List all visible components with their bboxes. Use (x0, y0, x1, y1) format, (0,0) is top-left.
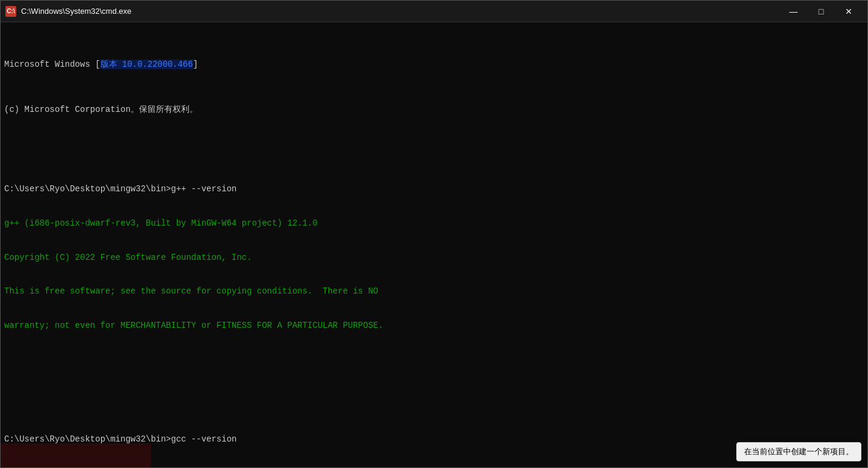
app-icon: C:\ (5, 6, 16, 17)
window-controls: — □ ✕ (780, 1, 863, 22)
terminal-body[interactable]: Microsoft Windows [版本 10.0.22000.466] (c… (1, 22, 867, 467)
cmd-window: C:\ C:\Windows\System32\cmd.exe — □ ✕ Mi… (0, 0, 868, 468)
close-button[interactable]: ✕ (835, 1, 863, 22)
terminal-line-blank3 (4, 389, 864, 400)
terminal-line-gpp-out2: Copyright (C) 2022 Free Software Foundat… (4, 252, 864, 263)
title-bar: C:\ C:\Windows\System32\cmd.exe — □ ✕ (1, 1, 867, 22)
taskbar-thumbnail (1, 443, 151, 467)
tooltip-text: 在当前位置中创建一个新项目。 (744, 447, 854, 456)
minimize-button[interactable]: — (780, 1, 807, 22)
terminal-output: Microsoft Windows [版本 10.0.22000.466] (c… (4, 25, 864, 467)
terminal-line-gpp-out3: This is free software; see the source fo… (4, 286, 864, 297)
window-title: C:\Windows\System32\cmd.exe (21, 7, 780, 16)
terminal-line-blank2 (4, 354, 864, 366)
terminal-line-gpp-out4: warranty; not even for MERCHANTABILITY o… (4, 320, 864, 331)
terminal-line-blank1 (4, 138, 864, 150)
terminal-line-gpp-cmd: C:\Users\Ryo\Desktop\mingw32\bin>g++ --v… (4, 183, 864, 195)
context-menu-tooltip: 在当前位置中创建一个新项目。 (736, 442, 861, 461)
terminal-line-1: Microsoft Windows [版本 10.0.22000.466] (4, 59, 864, 70)
terminal-line-2: (c) Microsoft Corporation。保留所有权利。 (4, 104, 864, 115)
terminal-line-gpp-out1: g++ (i686-posix-dwarf-rev3, Built by Min… (4, 218, 864, 229)
maximize-button[interactable]: □ (807, 1, 835, 22)
